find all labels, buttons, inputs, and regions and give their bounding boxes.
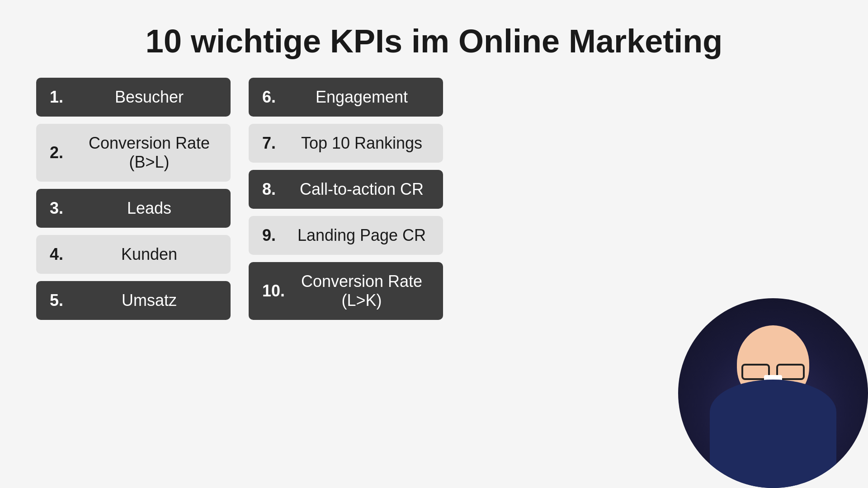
kpi-label: Landing Page CR [294,226,429,245]
kpi-number: 9. [262,226,294,245]
kpi-number: 5. [50,291,81,310]
kpi-item-5: 5.Umsatz [36,281,231,320]
kpi-item-4: 4.Kunden [36,235,231,274]
kpi-item-6: 6.Engagement [249,78,443,117]
kpi-label: Kunden [81,245,217,264]
kpi-number: 7. [262,134,294,153]
presenter-body [710,380,836,488]
kpi-label: Besucher [81,88,217,107]
kpi-item-3: 3.Leads [36,189,231,228]
kpi-label: Top 10 Rankings [294,134,429,153]
kpi-number: 10. [262,282,294,300]
kpi-label: Leads [81,199,217,218]
kpi-number: 1. [50,88,81,107]
kpi-number: 4. [50,245,81,264]
kpi-item-2: 2.Conversion Rate (B>L) [36,124,231,182]
kpi-label: Umsatz [81,291,217,310]
kpi-number: 6. [262,88,294,107]
kpi-item-8: 8.Call-to-action CR [249,170,443,209]
kpi-label: Conversion Rate (B>L) [81,134,217,172]
kpi-label: Conversion Rate (L>K) [294,272,429,310]
page-title: 10 wichtige KPIs im Online Marketing [0,0,868,78]
kpi-number: 8. [262,180,294,199]
kpi-item-7: 7.Top 10 Rankings [249,124,443,163]
kpi-item-1: 1.Besucher [36,78,231,117]
presenter-figure [687,316,859,488]
kpi-item-10: 10.Conversion Rate (L>K) [249,262,443,320]
kpi-label: Call-to-action CR [294,180,429,199]
presenter-bubble [678,298,868,488]
kpi-label: Engagement [294,88,429,107]
kpi-number: 3. [50,199,81,218]
kpi-number: 2. [50,143,81,162]
left-column: 1.Besucher2.Conversion Rate (B>L)3.Leads… [36,78,231,320]
right-column: 6.Engagement7.Top 10 Rankings8.Call-to-a… [249,78,443,320]
kpi-grid: 1.Besucher2.Conversion Rate (B>L)3.Leads… [0,78,868,320]
kpi-item-9: 9.Landing Page CR [249,216,443,255]
